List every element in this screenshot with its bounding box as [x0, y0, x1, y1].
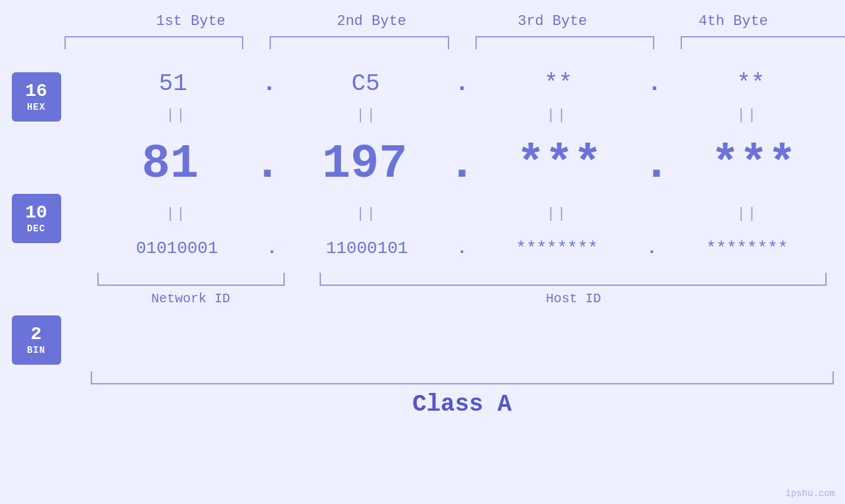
badges-column: 16 HEX 10 DEC 2 BIN — [12, 53, 91, 365]
equals-1-3: || — [471, 107, 643, 124]
hex-cell-2: C5 — [283, 57, 448, 101]
hex-row: 51 . C5 . ** . ** — [91, 53, 834, 105]
bin-value-4: ******** — [706, 232, 788, 262]
dec-cell-1: 81 — [91, 127, 251, 201]
bin-badge-label: BIN — [27, 345, 45, 355]
equals-2-3: || — [471, 206, 643, 222]
dec-badge: 10 DEC — [12, 194, 61, 243]
bin-cell-2: 11000101 — [280, 232, 453, 262]
watermark: ipshu.com — [785, 488, 835, 499]
equals-2-1: || — [91, 206, 263, 222]
host-id-label: Host ID — [313, 291, 833, 306]
class-section: Class A — [91, 371, 834, 418]
hex-badge-label: HEX — [27, 102, 45, 112]
hex-value-3: ** — [544, 57, 572, 101]
dec-badge-label: DEC — [27, 223, 45, 234]
hex-dot-3: . — [641, 57, 669, 101]
dec-value-1: 81 — [142, 127, 199, 201]
bottom-brackets: Network ID Host ID — [91, 273, 834, 306]
host-id-bracket: Host ID — [313, 273, 833, 306]
class-bracket — [91, 371, 834, 384]
network-id-label: Network ID — [91, 291, 291, 306]
bin-value-1: 01010001 — [136, 232, 218, 262]
equals-row-2: || || || || — [91, 204, 834, 223]
bin-dot-2: . — [454, 232, 471, 262]
bin-cell-3: ******** — [470, 232, 643, 262]
byte-headers-row: 1st Byte 2nd Byte 3rd Byte 4th Byte — [101, 13, 824, 30]
bin-badge-num: 2 — [31, 325, 42, 345]
hex-badge-num: 16 — [25, 81, 47, 102]
hex-cell-3: ** — [475, 57, 640, 101]
hex-cell-1: 51 — [91, 57, 256, 101]
bracket-top-2 — [256, 36, 462, 53]
byte-header-4: 4th Byte — [661, 13, 806, 30]
bin-dot-1: . — [264, 232, 281, 262]
values-area: 51 . C5 . ** . ** || || — [91, 53, 834, 306]
dec-dot-3: . — [639, 127, 674, 201]
hex-dot-1: . — [256, 57, 283, 101]
class-label: Class A — [412, 391, 512, 418]
hex-value-2: C5 — [351, 57, 379, 101]
dec-dot-2: . — [445, 127, 479, 201]
hex-value-1: 51 — [159, 57, 187, 101]
bin-value-3: ******** — [516, 232, 598, 262]
bin-dot-3: . — [644, 232, 661, 262]
network-id-bracket: Network ID — [91, 273, 291, 306]
bin-cell-4: ******** — [660, 232, 833, 262]
hex-value-4: ** — [736, 57, 765, 101]
dec-cell-3: *** — [479, 127, 639, 201]
hex-badge: 16 HEX — [12, 72, 61, 122]
dec-cell-4: *** — [674, 127, 834, 201]
dec-value-2: 197 — [322, 127, 408, 201]
bin-row: 01010001 . 11000101 . ******** . *******… — [91, 223, 834, 269]
dec-cell-2: 197 — [285, 127, 445, 201]
equals-1-2: || — [281, 107, 453, 124]
bin-cell-1: 01010001 — [91, 232, 264, 262]
equals-1-1: || — [91, 107, 263, 124]
equals-2-4: || — [662, 206, 834, 222]
byte-header-3: 3rd Byte — [480, 13, 625, 30]
bracket-top-3 — [462, 36, 668, 53]
byte-header-1: 1st Byte — [118, 13, 263, 30]
dec-value-4: *** — [711, 127, 796, 201]
equals-1-4: || — [662, 107, 834, 124]
dec-value-3: *** — [517, 127, 602, 201]
bin-value-2: 11000101 — [326, 232, 408, 262]
hex-dot-2: . — [448, 57, 476, 101]
dec-row: 81 . 197 . *** . *** — [91, 125, 834, 204]
bin-badge: 2 BIN — [12, 315, 61, 365]
equals-2-2: || — [281, 206, 453, 222]
main-container: 1st Byte 2nd Byte 3rd Byte 4th Byte 16 H… — [0, 0, 845, 504]
top-brackets — [51, 36, 846, 53]
equals-row-1: || || || || — [91, 105, 834, 125]
main-rows: 16 HEX 10 DEC 2 BIN 51 . C5 — [12, 53, 834, 365]
dec-badge-num: 10 — [25, 203, 47, 223]
dec-dot-1: . — [250, 127, 285, 201]
bracket-top-1 — [51, 36, 257, 53]
bracket-top-4 — [667, 36, 845, 53]
hex-cell-4: ** — [668, 57, 833, 101]
byte-header-2: 2nd Byte — [299, 13, 444, 30]
